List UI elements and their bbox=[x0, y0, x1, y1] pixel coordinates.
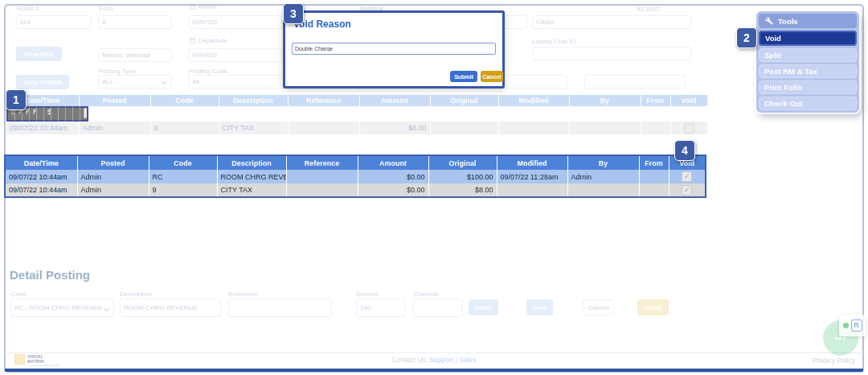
tools-item-post-rm-tax[interactable]: Post RM & Tax bbox=[759, 64, 857, 78]
void-checkbox[interactable] bbox=[682, 185, 692, 196]
table-row[interactable]: 09/07/22 10:44am Admin RC ROOM CHRG REVE… bbox=[5, 170, 706, 183]
tools-item-void[interactable]: Void bbox=[759, 31, 857, 46]
void-checkbox[interactable] bbox=[84, 108, 88, 118]
table-header-row: Date/TimePosted CodeDescription Referenc… bbox=[6, 95, 707, 106]
tools-item-check-out[interactable]: Check Out bbox=[759, 97, 857, 110]
folio-screen: Room # Folio Arrival Balance IN-1047 Dep… bbox=[0, 0, 868, 375]
tools-menu: Tools Void Split Post RM & Tax Print Fol… bbox=[756, 11, 859, 113]
step-badge-3: 3 bbox=[283, 3, 304, 24]
step-badge-2: 2 bbox=[736, 27, 757, 48]
tools-item-print-folio[interactable]: Print Folio bbox=[759, 80, 857, 94]
step-badge-1: 1 bbox=[6, 89, 27, 110]
table-header-row: Date/TimePosted CodeDescription Referenc… bbox=[5, 155, 706, 170]
recaptcha-icon[interactable]: R bbox=[851, 319, 862, 332]
table-row[interactable]: 09/07/22 10:44am Admin 9 CITY TAX $8.00 bbox=[6, 122, 707, 134]
wrench-icon bbox=[765, 17, 773, 25]
void-checkbox[interactable] bbox=[682, 171, 692, 182]
footer-accent-bar bbox=[5, 369, 863, 372]
cancel-button[interactable]: Cancel bbox=[481, 71, 503, 82]
online-status-icon bbox=[843, 323, 849, 328]
chat-status-card[interactable]: R bbox=[839, 315, 866, 336]
step-badge-4: 4 bbox=[674, 140, 695, 161]
voided-postings-table: Date/TimePosted CodeDescription Referenc… bbox=[4, 155, 706, 198]
table-row[interactable]: 09/07/22 10:44am Admin 9 CITY TAX $0.00 … bbox=[5, 183, 706, 197]
tools-menu-header: Tools bbox=[759, 14, 857, 28]
void-checkbox[interactable] bbox=[684, 123, 694, 134]
void-reason-input[interactable] bbox=[292, 43, 496, 55]
tools-item-split[interactable]: Split bbox=[759, 48, 857, 62]
footer-divider bbox=[5, 352, 863, 353]
submit-button[interactable]: Submit bbox=[450, 71, 477, 82]
void-reason-dialog: Void Reason Submit Cancel bbox=[283, 10, 505, 89]
posting-history-table: Date/TimePosted CodeDescription Referenc… bbox=[6, 95, 708, 134]
